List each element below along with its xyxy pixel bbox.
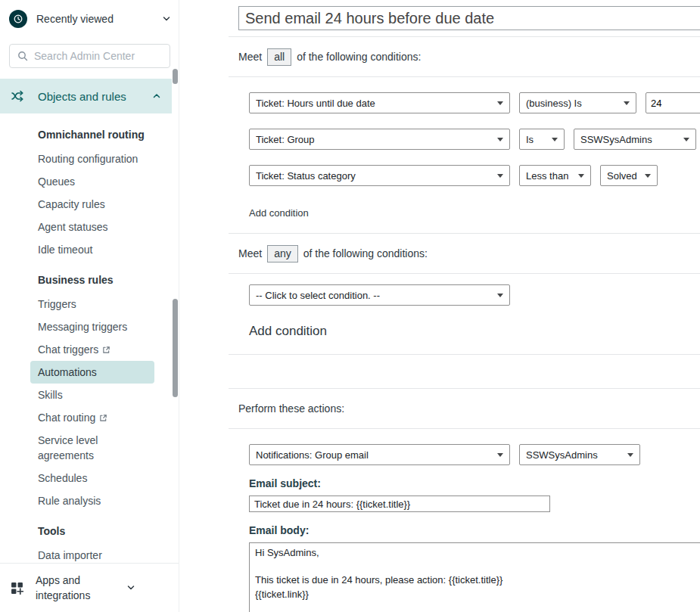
sidebar-item-label: Chat routing bbox=[38, 410, 95, 425]
all-qualifier-badge[interactable]: all bbox=[267, 48, 291, 66]
sidebar-item-service-level-agreements[interactable]: Service level agreements bbox=[30, 429, 154, 467]
sidebar-item-label: Skills bbox=[38, 387, 63, 402]
sidebar-item-capacity-rules[interactable]: Capacity rules bbox=[30, 193, 154, 216]
sidebar-item-label: Schedules bbox=[38, 471, 87, 486]
meet-any-heading: Meet any of the following conditions: bbox=[238, 234, 700, 273]
sidebar-item-idle-timeout[interactable]: Idle timeout bbox=[30, 238, 154, 261]
add-condition-link-large[interactable]: Add condition bbox=[249, 324, 327, 339]
objects-and-rules-icon bbox=[11, 89, 26, 104]
automation-editor: Meet all of the following conditions: Ti… bbox=[229, 0, 700, 612]
meet-suffix: of the following conditions: bbox=[297, 51, 421, 63]
sidebar-scroll-area: Objects and rules Omnichannel routingRou… bbox=[0, 79, 179, 563]
spacer bbox=[229, 355, 700, 388]
condition-row: Ticket: Status category Less than Solved bbox=[249, 165, 700, 186]
email-subject-label: Email subject: bbox=[249, 477, 700, 489]
sidebar-item-skills[interactable]: Skills bbox=[30, 384, 154, 406]
external-link-icon bbox=[102, 346, 110, 354]
condition-operator-select[interactable]: Less than bbox=[519, 165, 591, 186]
action-type-select[interactable]: Notifications: Group email bbox=[249, 444, 510, 465]
action-target-select[interactable]: SSWSysAdmins bbox=[519, 444, 640, 465]
sidebar-item-automations[interactable]: Automations bbox=[30, 361, 154, 384]
chevron-down-icon bbox=[497, 138, 503, 141]
condition-operator-select[interactable]: (business) Is bbox=[519, 92, 636, 113]
select-value: SSWSysAdmins bbox=[526, 449, 598, 461]
sidebar-item-rule-analysis[interactable]: Rule analysis bbox=[30, 489, 154, 512]
sidebar-item-chat-triggers[interactable]: Chat triggers bbox=[30, 338, 154, 361]
email-subject-input[interactable] bbox=[249, 496, 550, 512]
condition-field-select[interactable]: Ticket: Group bbox=[249, 129, 510, 150]
chevron-down-icon bbox=[162, 14, 171, 23]
sidebar-item-label: Capacity rules bbox=[38, 197, 105, 212]
chevron-down-icon bbox=[578, 174, 584, 178]
section-label: Objects and rules bbox=[38, 90, 152, 103]
sidebar-item-data-importer[interactable]: Data importer bbox=[30, 544, 154, 563]
perform-heading-label: Perform these actions: bbox=[238, 402, 344, 415]
sidebar-item-triggers[interactable]: Triggers bbox=[30, 293, 154, 315]
chevron-down-icon bbox=[624, 101, 630, 105]
meet-suffix: of the following conditions: bbox=[303, 247, 428, 259]
chevron-down-icon bbox=[126, 583, 135, 592]
meet-prefix: Meet bbox=[238, 247, 262, 259]
sidebar-section-objects-and-rules[interactable]: Objects and rules bbox=[0, 79, 172, 113]
sidebar-item-label: Queues bbox=[38, 174, 75, 189]
email-body-textarea[interactable]: Hi SysAdmins, This ticket is due in 24 h… bbox=[249, 542, 700, 612]
divider bbox=[229, 428, 700, 429]
select-value: Ticket: Status category bbox=[256, 170, 356, 182]
sidebar-group-header: Tools bbox=[38, 525, 172, 537]
condition-field-select[interactable]: Ticket: Hours until due date bbox=[249, 92, 510, 113]
divider bbox=[229, 76, 700, 77]
condition-value-select[interactable]: SSWSysAdmins bbox=[574, 129, 696, 150]
external-link-icon bbox=[99, 414, 107, 422]
sidebar-item-apps-and-integrations[interactable]: Apps and integrations bbox=[0, 563, 179, 612]
any-qualifier-badge[interactable]: any bbox=[267, 245, 298, 263]
sidebar-item-routing-configuration[interactable]: Routing configuration bbox=[30, 148, 154, 170]
chevron-down-icon bbox=[497, 174, 503, 178]
condition-placeholder-select[interactable]: -- Click to select condition. -- bbox=[249, 284, 510, 306]
condition-operator-select[interactable]: Is bbox=[519, 129, 565, 150]
meet-prefix: Meet bbox=[238, 51, 262, 63]
select-value: (business) Is bbox=[526, 98, 582, 109]
sidebar-item-chat-routing[interactable]: Chat routing bbox=[30, 406, 154, 429]
select-value: Ticket: Hours until due date bbox=[256, 98, 375, 109]
sidebar-item-label: Chat triggers bbox=[38, 342, 98, 357]
perform-actions-heading: Perform these actions: bbox=[238, 389, 700, 428]
chevron-down-icon bbox=[497, 101, 503, 105]
sidebar-item-label: Idle timeout bbox=[38, 242, 92, 257]
sidebar-group-header: Omnichannel routing bbox=[38, 129, 172, 141]
sidebar-item-schedules[interactable]: Schedules bbox=[30, 467, 154, 489]
search-icon bbox=[17, 50, 29, 65]
sidebar: Recently viewed Objects and rules bbox=[0, 0, 179, 612]
chevron-up-icon bbox=[152, 92, 161, 101]
select-value: Less than bbox=[526, 170, 568, 182]
chevron-down-icon bbox=[552, 138, 558, 141]
chevron-down-icon bbox=[683, 138, 689, 141]
select-value: Solved bbox=[607, 170, 637, 182]
chevron-down-icon bbox=[645, 174, 651, 178]
sidebar-group-header: Business rules bbox=[38, 274, 172, 286]
sidebar-item-queues[interactable]: Queues bbox=[30, 170, 154, 193]
select-value: Notifications: Group email bbox=[256, 449, 369, 461]
add-condition-link[interactable]: Add condition bbox=[249, 207, 309, 219]
select-value: -- Click to select condition. -- bbox=[256, 290, 380, 301]
chevron-down-icon bbox=[497, 294, 503, 297]
scrollbar-thumb-top[interactable] bbox=[173, 69, 178, 84]
automation-title-input[interactable] bbox=[238, 6, 700, 30]
condition-row: Ticket: Group Is SSWSysAdmins bbox=[249, 129, 700, 150]
action-row: Notifications: Group email SSWSysAdmins bbox=[249, 444, 700, 465]
sidebar-item-label: Messaging triggers bbox=[38, 319, 127, 334]
sidebar-item-label: Agent statuses bbox=[38, 219, 108, 235]
sidebar-item-messaging-triggers[interactable]: Messaging triggers bbox=[30, 315, 154, 338]
condition-value-select[interactable]: Solved bbox=[600, 165, 658, 186]
search-input[interactable] bbox=[9, 44, 170, 68]
scrollbar-thumb[interactable] bbox=[173, 299, 178, 397]
sidebar-item-label: Triggers bbox=[38, 297, 76, 312]
recently-viewed-button[interactable]: Recently viewed bbox=[9, 6, 171, 32]
sidebar-scrollbar[interactable] bbox=[172, 0, 179, 612]
sidebar-item-label: Automations bbox=[38, 365, 97, 380]
sidebar-item-agent-statuses[interactable]: Agent statuses bbox=[30, 216, 154, 238]
apps-grid-icon bbox=[11, 582, 23, 595]
meet-all-heading: Meet all of the following conditions: bbox=[238, 37, 700, 76]
search-box bbox=[9, 44, 171, 68]
condition-field-select[interactable]: Ticket: Status category bbox=[249, 165, 510, 186]
condition-value-input[interactable] bbox=[646, 92, 700, 113]
